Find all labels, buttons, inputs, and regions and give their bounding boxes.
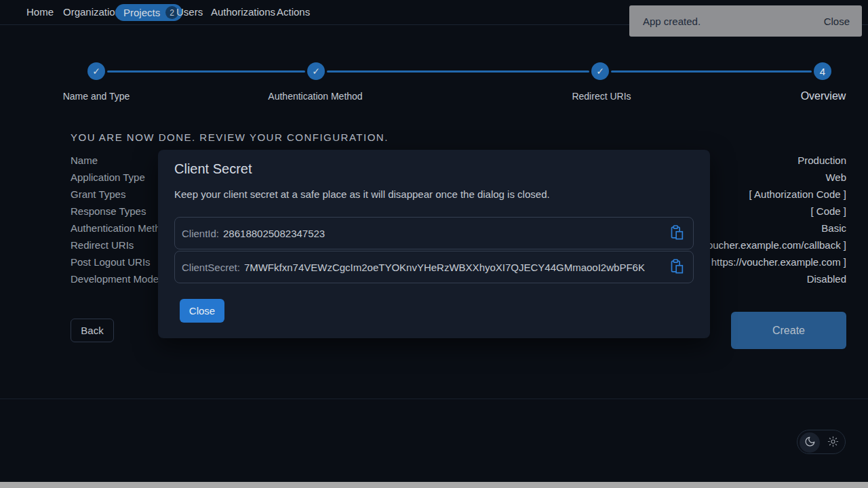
toast-close-button[interactable]: Close (824, 16, 850, 27)
step-3-circle[interactable]: ✓ (591, 62, 609, 80)
review-label: Grant Types (71, 188, 125, 200)
light-mode-option[interactable] (823, 432, 843, 453)
review-label: Redirect URIs (71, 239, 134, 251)
review-value: Web (825, 171, 846, 183)
review-value: [ https://voucher.example.com ] (705, 256, 846, 268)
toast-message: App created. (643, 16, 701, 27)
step-connector-3 (611, 70, 812, 73)
copy-client-secret-button[interactable] (670, 258, 684, 277)
nav-item-home[interactable]: Home (26, 0, 54, 24)
review-label: Response Types (71, 205, 146, 217)
review-heading: YOU ARE NOW DONE. REVIEW YOUR CONFIGURAT… (71, 131, 389, 143)
step-1-label: Name and Type (63, 91, 130, 102)
review-label: Development Mode (71, 273, 159, 285)
clipboard-copy-icon (670, 224, 684, 243)
sun-icon (827, 436, 839, 450)
back-button[interactable]: Back (71, 319, 114, 342)
nav-item-organization[interactable]: Organization (63, 0, 121, 24)
toast-notification: App created. Close (629, 5, 862, 37)
review-value: Basic (821, 222, 846, 234)
moon-icon (804, 436, 816, 450)
dark-mode-option[interactable] (800, 432, 820, 453)
step-connector-1 (107, 70, 305, 73)
create-button[interactable]: Create (731, 312, 846, 349)
review-label: Application Type (71, 171, 145, 183)
review-label: Authentication Method (71, 222, 172, 234)
review-value: Production (797, 155, 846, 166)
review-value: Disabled (807, 273, 846, 285)
client-id-value: 286188025082347523 (223, 228, 325, 239)
content-divider (0, 399, 868, 399)
step-2-circle[interactable]: ✓ (307, 62, 325, 80)
step-4-label: Overview (801, 90, 846, 102)
nav-projects-label: Projects (123, 4, 160, 21)
review-label: Post Logout URIs (71, 256, 151, 268)
dialog-description: Keep your client secret at a safe place … (174, 188, 550, 200)
review-value: [ Authorization Code ] (749, 188, 846, 200)
step-connector-2 (327, 70, 589, 73)
copy-client-id-button[interactable] (670, 224, 684, 243)
nav-item-authorizations[interactable]: Authorizations (211, 0, 275, 24)
check-icon: ✓ (596, 66, 604, 77)
nav-item-users[interactable]: Users (176, 0, 203, 24)
check-icon: ✓ (312, 66, 320, 77)
step-3-label: Redirect URIs (572, 91, 631, 102)
step-1-circle[interactable]: ✓ (87, 62, 105, 80)
nav-item-projects[interactable]: Projects 2 (115, 4, 182, 21)
bottom-scrollbar[interactable] (0, 482, 868, 488)
client-secret-value: 7MWFkfxn74VEWzCgcIm2oeTYOKnvYHeRzWBXXhyo… (244, 262, 645, 273)
review-value: [ Code ] (810, 205, 846, 217)
app-window: Home Organization Projects 2 Users Autho… (0, 0, 868, 488)
client-id-label: ClientId: (182, 228, 219, 239)
dialog-close-button[interactable]: Close (180, 299, 224, 323)
clipboard-copy-icon (670, 258, 684, 277)
check-icon: ✓ (92, 66, 100, 77)
theme-toggle (797, 430, 846, 454)
nav-item-actions[interactable]: Actions (277, 0, 310, 24)
step-2-label: Authentication Method (268, 91, 362, 102)
client-secret-label: ClientSecret: (182, 262, 240, 273)
dialog-title: Client Secret (174, 161, 252, 177)
step-4-circle[interactable]: 4 (814, 62, 831, 80)
review-label: Name (71, 155, 98, 166)
client-secret-field: ClientSecret: 7MWFkfxn74VEWzCgcIm2oeTYOK… (174, 251, 694, 283)
step-4-number: 4 (820, 66, 825, 77)
client-id-field: ClientId: 286188025082347523 (174, 217, 694, 249)
client-secret-dialog: Client Secret Keep your client secret at… (158, 150, 710, 338)
